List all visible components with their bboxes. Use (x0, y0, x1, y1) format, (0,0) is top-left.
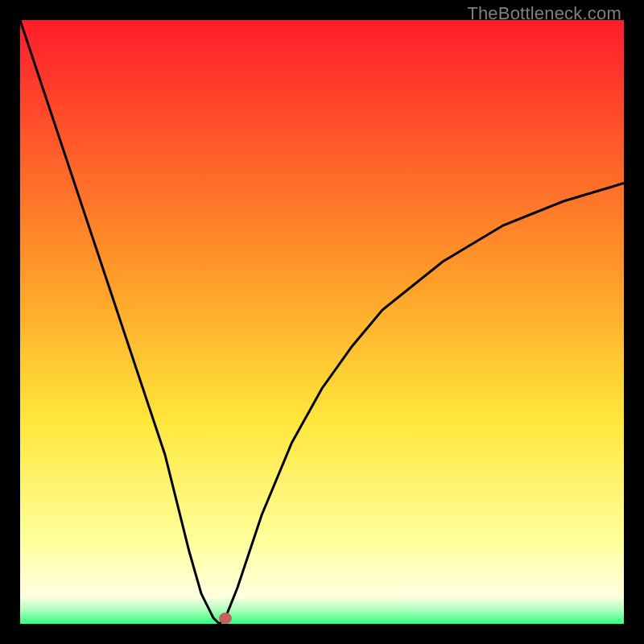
optimum-marker (219, 613, 232, 624)
bottleneck-curve (20, 20, 624, 624)
chart-frame: TheBottleneck.com (0, 0, 644, 644)
watermark-text: TheBottleneck.com (467, 3, 621, 24)
curve-layer (20, 20, 624, 624)
plot-area (20, 20, 624, 624)
